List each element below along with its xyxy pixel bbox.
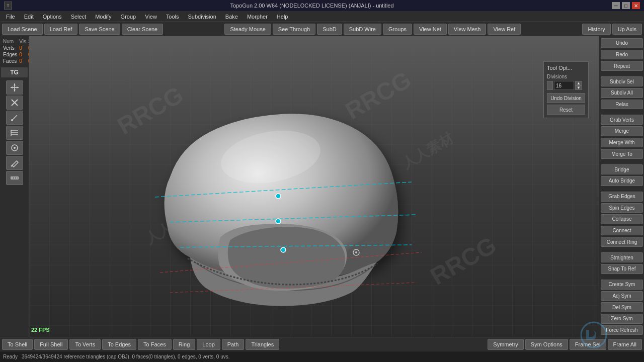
svg-point-15	[14, 147, 16, 149]
divisions-input-row: ▲ ▼	[547, 81, 585, 90]
menu-tools[interactable]: Tools	[162, 13, 183, 21]
sym-options-button[interactable]: Sym Options	[525, 339, 568, 350]
menu-group[interactable]: Group	[117, 13, 140, 21]
connect-ring-button[interactable]: Connect Ring	[601, 237, 643, 247]
save-scene-button[interactable]: Save Scene	[79, 24, 120, 35]
bridge-button[interactable]: Bridge	[601, 164, 643, 174]
subd-wire-button[interactable]: SubD Wire	[344, 24, 381, 35]
grab-verts-button[interactable]: Grab Verts	[601, 115, 643, 125]
to-shell-button[interactable]: To Shell	[2, 339, 33, 350]
menu-options[interactable]: Options	[39, 13, 66, 21]
create-sym-button[interactable]: Create Sym	[601, 280, 643, 290]
grab-edges-button[interactable]: Grab Edges	[601, 192, 643, 202]
path-button[interactable]: Path	[222, 339, 245, 350]
stats-panel: Num Vis Sel Verts 0 0 0 Edges 0 0 0	[0, 36, 29, 66]
del-sym-button[interactable]: Del Sym	[601, 302, 643, 312]
connect-button[interactable]: Connect	[601, 226, 643, 236]
menu-help[interactable]: Help	[273, 13, 292, 21]
auto-bridge-button[interactable]: Auto Bridge	[601, 176, 643, 186]
load-ref-button[interactable]: Load Ref	[44, 24, 78, 35]
redo-button[interactable]: Redo	[601, 50, 643, 60]
symmetry-button[interactable]: Symmetry	[488, 339, 524, 350]
groups-button[interactable]: Groups	[383, 24, 412, 35]
close-button[interactable]: ✕	[632, 2, 640, 9]
svg-point-32	[581, 322, 606, 347]
svg-marker-4	[11, 86, 13, 88]
viewport[interactable]: RRCG 人人素材 RRCG 人人素材 RRCG 人人素材	[29, 36, 599, 337]
tool-options-title: Tool Opt...	[547, 65, 585, 71]
svg-point-31	[355, 251, 357, 253]
undo-button[interactable]: Undo	[601, 38, 643, 48]
subdiv-sel-button[interactable]: Subdiv Sel	[601, 76, 643, 86]
merge-button[interactable]: Merge	[601, 126, 643, 136]
snap-to-ref-button[interactable]: Snap To Ref	[601, 264, 643, 274]
ruler-tool[interactable]	[6, 171, 23, 185]
svg-marker-5	[17, 86, 19, 88]
window-title: TopoGun 2.00 W64 (NODELOCKED LICENSE) (A…	[12, 3, 612, 9]
main-area: Num Vis Sel Verts 0 0 0 Edges 0 0 0	[0, 36, 644, 337]
adj-sym-button[interactable]: Adj Sym	[601, 291, 643, 301]
bottom-toolbar: To Shell Full Shell To Verts To Edges To…	[0, 337, 644, 351]
divisions-label: Divisions	[547, 74, 585, 79]
menu-modify[interactable]: Modify	[91, 13, 115, 21]
loop-button[interactable]: Loop	[197, 339, 220, 350]
spin-up-button[interactable]: ▲	[575, 81, 582, 85]
spin-edges-button[interactable]: Spin Edges	[601, 203, 643, 213]
svg-line-8	[12, 115, 17, 120]
merge-to-button[interactable]: Merge To	[601, 149, 643, 159]
view-ref-button[interactable]: View Ref	[488, 24, 521, 35]
to-verts-button[interactable]: To Verts	[69, 339, 101, 350]
spin-down-button[interactable]: ▼	[575, 85, 582, 90]
divisions-input[interactable]	[554, 81, 574, 90]
subdiv-all-button[interactable]: Subdiv All	[601, 88, 643, 98]
menu-morpher[interactable]: Morpher	[243, 13, 272, 21]
to-faces-button[interactable]: To Faces	[138, 339, 172, 350]
align-tool[interactable]	[6, 126, 23, 140]
relax-tool[interactable]	[6, 141, 23, 155]
merge-with-button[interactable]: Merge With	[601, 138, 643, 148]
menu-view[interactable]: View	[141, 13, 161, 21]
see-through-button[interactable]: See Through	[273, 24, 315, 35]
clear-scene-button[interactable]: Clear Scene	[122, 24, 164, 35]
vis-header: Vis	[18, 38, 27, 45]
svg-point-28	[276, 219, 281, 224]
reset-button[interactable]: Reset	[547, 105, 585, 115]
menu-bake[interactable]: Bake	[221, 13, 242, 21]
tg-label: TG	[1, 67, 28, 77]
load-scene-button[interactable]: Load Scene	[2, 24, 43, 35]
straighten-button[interactable]: Straighten	[601, 252, 643, 262]
full-shell-button[interactable]: Full Shell	[34, 339, 68, 350]
view-mesh-button[interactable]: View Mesh	[448, 24, 487, 35]
maximize-button[interactable]: □	[622, 2, 630, 9]
undo-division-button[interactable]: Undo Division	[547, 93, 585, 103]
repeat-button[interactable]: Repeat	[601, 61, 643, 71]
menu-subdivision[interactable]: Subdivision	[184, 13, 220, 21]
history-button[interactable]: History	[582, 24, 610, 35]
view-net-button[interactable]: View Net	[414, 24, 447, 35]
up-axis-button[interactable]: Up Axis	[612, 24, 642, 35]
steady-mouse-button[interactable]: Steady Mouse	[224, 24, 271, 35]
relax-button[interactable]: Relax	[601, 100, 643, 110]
select-transform-tool[interactable]	[6, 80, 23, 95]
draw-tool[interactable]	[6, 111, 23, 125]
num-header: Num	[2, 38, 18, 45]
subd-button[interactable]: SubD	[317, 24, 342, 35]
ring-button[interactable]: Ring	[173, 339, 196, 350]
menu-edit[interactable]: Edit	[20, 13, 38, 21]
triangles-button[interactable]: Triangles	[246, 339, 279, 350]
menu-select[interactable]: Select	[67, 13, 91, 21]
delete-tool[interactable]	[6, 96, 23, 110]
window-controls: ─ □ ✕	[612, 2, 640, 9]
left-panel: Num Vis Sel Verts 0 0 0 Edges 0 0 0	[0, 36, 29, 337]
svg-marker-3	[14, 89, 16, 92]
verts-num: 0	[18, 45, 27, 51]
menu-file[interactable]: File	[2, 13, 19, 21]
brush-tool[interactable]	[6, 156, 23, 170]
helmet-model	[130, 97, 432, 323]
to-edges-button[interactable]: To Edges	[102, 339, 136, 350]
svg-point-27	[276, 194, 281, 199]
divisions-spinner: ▲ ▼	[575, 81, 582, 90]
minimize-button[interactable]: ─	[612, 2, 620, 9]
collapse-button[interactable]: Collapse	[601, 214, 643, 224]
app-icon: T	[4, 2, 12, 10]
